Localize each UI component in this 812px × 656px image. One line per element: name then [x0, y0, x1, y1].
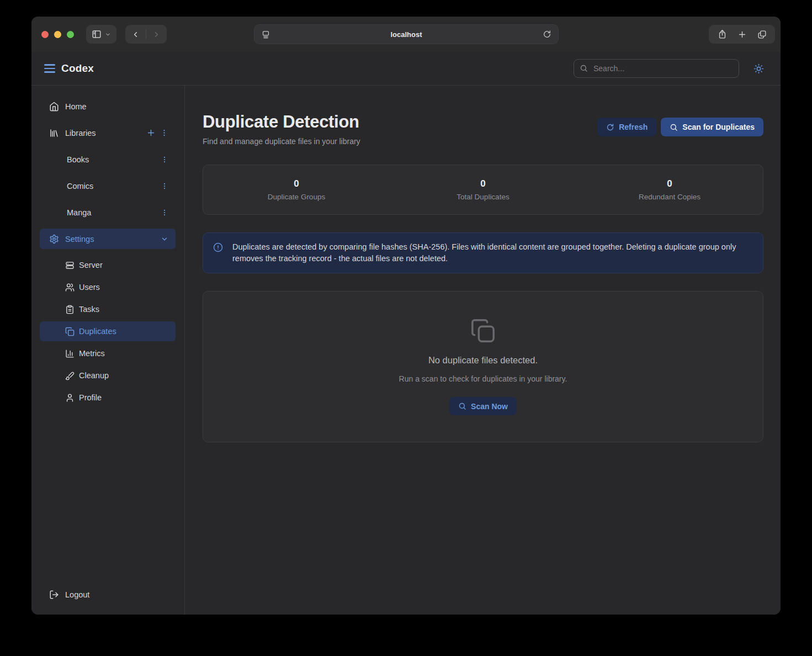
search-box	[574, 59, 739, 78]
sidebar: Home Libraries	[31, 86, 185, 615]
manga-kebab-menu-icon[interactable]	[161, 209, 168, 216]
back-button[interactable]	[125, 25, 146, 44]
stat-value: 0	[294, 178, 299, 189]
browser-nav-buttons	[125, 25, 167, 44]
sidebar-item-server[interactable]: Server	[40, 255, 176, 275]
sidebar-item-home[interactable]: Home	[40, 96, 176, 117]
sidebar-item-label: Duplicates	[79, 327, 168, 336]
browser-window: localhost Codex	[31, 17, 781, 615]
page-subtitle: Find and manage duplicate files in your …	[203, 137, 360, 146]
chevron-down-icon	[105, 31, 111, 38]
close-window-button[interactable]	[41, 31, 49, 38]
site-settings-icon[interactable]	[261, 30, 270, 39]
user-icon	[65, 393, 75, 403]
sidebar-item-tasks[interactable]: Tasks	[40, 299, 176, 319]
bar-chart-icon	[65, 349, 75, 358]
stat-value: 0	[480, 178, 485, 189]
new-tab-icon[interactable]	[732, 25, 752, 44]
app-header: Codex	[31, 52, 781, 86]
stat-value: 0	[667, 178, 672, 189]
stat-duplicate-groups: 0 Duplicate Groups	[203, 178, 390, 201]
info-banner: Duplicates are detected by comparing fil…	[203, 232, 763, 273]
duplicate-stats-card: 0 Duplicate Groups 0 Total Duplicates 0 …	[203, 165, 763, 215]
gear-icon	[49, 234, 59, 244]
sidebar-item-manga[interactable]: Manga	[40, 202, 176, 223]
sidebar-item-label: Home	[65, 102, 168, 111]
hamburger-menu-icon[interactable]	[44, 64, 55, 73]
forward-button[interactable]	[146, 25, 167, 44]
sidebar-toggle-icon	[92, 29, 102, 39]
reload-icon[interactable]	[543, 30, 551, 39]
app-title: Codex	[61, 62, 94, 75]
logout-label: Logout	[65, 590, 168, 599]
refresh-button-label: Refresh	[619, 123, 648, 131]
sidebar-item-label: Settings	[65, 235, 161, 244]
sidebar-item-duplicates[interactable]: Duplicates	[40, 321, 176, 341]
books-kebab-menu-icon[interactable]	[161, 156, 168, 163]
search-icon	[458, 402, 466, 410]
clipboard-icon	[65, 305, 75, 314]
logout-icon	[49, 590, 59, 600]
theme-toggle-sun-icon[interactable]	[753, 64, 764, 74]
server-icon	[65, 261, 75, 270]
stat-total-duplicates: 0 Total Duplicates	[390, 178, 576, 201]
stat-label: Duplicate Groups	[268, 193, 325, 201]
traffic-lights	[41, 31, 74, 38]
search-input[interactable]	[574, 59, 739, 78]
info-icon	[213, 242, 223, 264]
stat-label: Redundant Copies	[639, 193, 700, 201]
sidebar-item-label: Tasks	[79, 305, 168, 314]
page-title: Duplicate Detection	[203, 112, 360, 132]
stat-redundant-copies: 0 Redundant Copies	[576, 178, 763, 201]
sidebar-item-profile[interactable]: Profile	[40, 388, 176, 408]
scan-for-duplicates-button[interactable]: Scan for Duplicates	[661, 118, 763, 136]
share-icon[interactable]	[712, 25, 732, 44]
users-icon	[65, 283, 75, 292]
browser-toolbar: localhost	[31, 17, 781, 52]
codex-app: Codex Home	[31, 52, 781, 615]
refresh-button[interactable]: Refresh	[597, 118, 656, 136]
sidebar-item-label: Server	[79, 261, 168, 269]
sidebar-item-libraries[interactable]: Libraries	[40, 123, 176, 143]
scan-now-label: Scan Now	[471, 402, 508, 411]
browser-sidebar-toggle[interactable]	[86, 25, 116, 44]
minimize-window-button[interactable]	[54, 31, 61, 38]
scan-now-button[interactable]: Scan Now	[449, 397, 517, 415]
home-icon	[49, 102, 59, 112]
logout-button[interactable]: Logout	[40, 584, 176, 605]
sidebar-item-comics[interactable]: Comics	[40, 176, 176, 196]
tab-overview-icon[interactable]	[752, 25, 772, 44]
empty-state-title: No duplicate files detected.	[428, 355, 538, 366]
url-text: localhost	[270, 30, 543, 39]
empty-state-subtitle: Run a scan to check for duplicates in yo…	[399, 374, 567, 383]
sidebar-item-label: Libraries	[65, 129, 146, 137]
browser-action-buttons	[709, 25, 775, 44]
libraries-kebab-menu-icon[interactable]	[160, 129, 168, 137]
zoom-window-button[interactable]	[67, 31, 74, 38]
search-icon	[670, 123, 678, 131]
library-icon	[49, 128, 59, 138]
refresh-icon	[606, 123, 614, 131]
sidebar-item-settings[interactable]: Settings	[40, 229, 176, 249]
sidebar-item-label: Books	[67, 155, 161, 164]
address-bar[interactable]: localhost	[254, 24, 559, 44]
comics-kebab-menu-icon[interactable]	[161, 182, 168, 190]
settings-chevron-down-icon	[161, 235, 168, 243]
search-icon	[580, 64, 588, 72]
stat-label: Total Duplicates	[457, 193, 509, 201]
add-library-icon[interactable]	[146, 128, 156, 137]
sidebar-item-label: Comics	[67, 182, 161, 191]
sidebar-item-metrics[interactable]: Metrics	[40, 343, 176, 363]
sidebar-item-cleanup[interactable]: Cleanup	[40, 366, 176, 385]
empty-state-card: No duplicate files detected. Run a scan …	[203, 291, 763, 442]
brush-icon	[65, 371, 75, 380]
sidebar-item-books[interactable]: Books	[40, 149, 176, 170]
info-banner-text: Duplicates are detected by comparing fil…	[232, 241, 750, 264]
main-content: Duplicate Detection Find and manage dupl…	[185, 86, 781, 615]
scan-button-label: Scan for Duplicates	[682, 123, 755, 131]
sidebar-item-users[interactable]: Users	[40, 277, 176, 297]
sidebar-item-label: Users	[79, 283, 168, 292]
sidebar-item-label: Cleanup	[79, 371, 168, 380]
sidebar-item-label: Profile	[79, 393, 168, 402]
copy-icon	[65, 327, 75, 336]
